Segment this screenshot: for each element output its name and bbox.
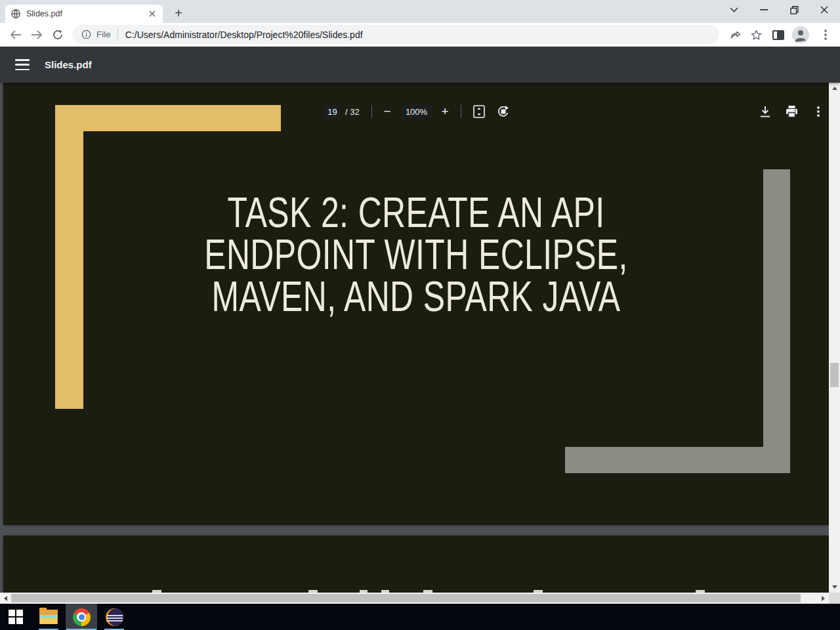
address-bar[interactable]: File C:/Users/Administrator/Desktop/Proj… xyxy=(72,25,719,44)
page-number-input[interactable] xyxy=(324,104,341,119)
pdf-page-19: TASK 2: CREATE AN API ENDPOINT WITH ECLI… xyxy=(3,83,829,525)
windows-taskbar xyxy=(0,604,840,630)
url-separator xyxy=(117,29,118,40)
side-panel-icon[interactable] xyxy=(769,26,788,44)
slide-title-line-2: ENDPOINT WITH ECLIPSE, xyxy=(94,234,738,276)
rotate-icon[interactable] xyxy=(496,104,511,119)
slide-title-line-1: TASK 2: CREATE AN API xyxy=(94,192,738,234)
download-icon[interactable] xyxy=(758,104,772,119)
vertical-scrollbar-thumb[interactable] xyxy=(830,363,839,387)
slide-accent-yellow-bar-horizontal xyxy=(55,105,281,131)
window-close-button[interactable] xyxy=(809,0,839,20)
eclipse-icon xyxy=(106,608,123,626)
slide-accent-gray-bar-horizontal xyxy=(565,447,790,473)
scroll-up-button[interactable] xyxy=(829,83,840,94)
browser-toolbar: File C:/Users/Administrator/Desktop/Proj… xyxy=(0,23,840,47)
scrollbar-corner xyxy=(829,593,840,604)
back-icon[interactable] xyxy=(7,26,25,44)
taskbar-file-explorer-button[interactable] xyxy=(33,604,64,630)
slide-title: TASK 2: CREATE AN API ENDPOINT WITH ECLI… xyxy=(94,192,738,318)
horizontal-scrollbar-thumb[interactable] xyxy=(11,594,801,602)
browser-tab-slides-pdf[interactable]: Slides.pdf xyxy=(5,5,163,23)
pdf-page-20-partial xyxy=(3,536,829,593)
bookmark-star-icon[interactable] xyxy=(747,26,765,44)
pdf-document-title: Slides.pdf xyxy=(45,47,92,83)
pdf-toolbar: Slides.pdf / 32 − 100% + xyxy=(0,47,840,83)
scroll-left-button[interactable] xyxy=(0,593,11,604)
desktop-screen: Slides.pdf + xyxy=(0,0,840,630)
taskbar-eclipse-button[interactable] xyxy=(98,604,130,630)
refresh-icon[interactable] xyxy=(49,26,67,44)
new-tab-button[interactable]: + xyxy=(169,4,188,22)
share-icon[interactable] xyxy=(727,26,746,44)
pdf-more-options-icon[interactable] xyxy=(814,104,823,119)
vertical-scrollbar[interactable] xyxy=(829,83,840,593)
scroll-down-button[interactable] xyxy=(829,581,840,593)
window-minimize-button[interactable] xyxy=(749,0,779,20)
taskbar-chrome-button[interactable] xyxy=(66,604,97,630)
url-text: C:/Users/Administrator/Desktop/Project%2… xyxy=(125,30,363,40)
slide-title-line-3: MAVEN, AND SPARK JAVA xyxy=(94,276,738,318)
tab-close-icon[interactable] xyxy=(147,9,158,19)
fit-to-page-icon[interactable] xyxy=(472,104,486,119)
tab-title: Slides.pdf xyxy=(26,9,147,18)
pdf-menu-icon[interactable] xyxy=(14,58,30,72)
scroll-right-button[interactable] xyxy=(818,593,829,604)
toolbar-separator xyxy=(461,105,461,118)
zoom-level-value: 100% xyxy=(402,104,431,119)
page-count-label: / 32 xyxy=(345,104,360,119)
url-scheme-label: File xyxy=(96,30,111,39)
profile-avatar[interactable] xyxy=(791,26,810,44)
windows-logo-icon xyxy=(9,610,23,624)
slide-accent-yellow-bar-vertical xyxy=(55,105,83,409)
zoom-out-button[interactable]: − xyxy=(379,104,395,119)
forward-icon[interactable] xyxy=(28,26,46,44)
globe-favicon-icon xyxy=(10,9,21,19)
browser-menu-icon[interactable] xyxy=(816,26,835,44)
horizontal-scrollbar[interactable] xyxy=(0,593,829,604)
window-restore-button[interactable] xyxy=(779,0,809,20)
start-button[interactable] xyxy=(0,604,32,630)
file-explorer-icon xyxy=(39,610,58,624)
browser-tab-strip: Slides.pdf + xyxy=(0,0,840,23)
slide-accent-gray-bar-vertical xyxy=(763,169,790,473)
print-icon[interactable] xyxy=(784,104,799,119)
tab-search-chevron-icon[interactable] xyxy=(719,0,749,20)
toolbar-separator xyxy=(371,105,372,118)
zoom-in-button[interactable]: + xyxy=(437,104,453,119)
info-icon[interactable] xyxy=(81,30,91,39)
pdf-viewer-area: TASK 2: CREATE AN API ENDPOINT WITH ECLI… xyxy=(0,83,829,604)
chrome-icon xyxy=(73,608,91,626)
